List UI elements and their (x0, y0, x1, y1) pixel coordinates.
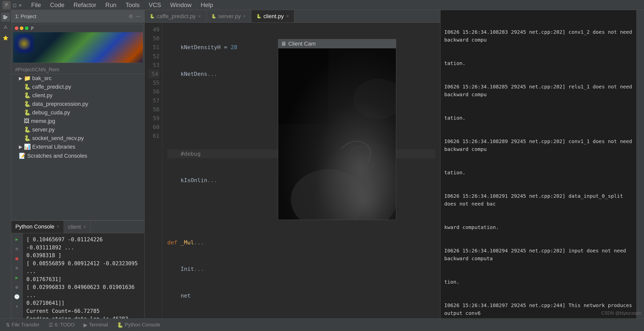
sidebar-structure-icon[interactable] (1, 23, 10, 32)
python-console-icon: 🐍 (117, 322, 123, 328)
console-line-3: [ 0.08556859 0.00912412 -0.02323095 ... (26, 260, 141, 276)
image-file-icon: 🖼 (24, 118, 29, 124)
log-line-10: tion. (444, 278, 633, 286)
menu-vcs[interactable]: VCS (144, 0, 166, 10)
breadcrumb: #Project\CNN_Rem (11, 65, 144, 74)
file-meme[interactable]: 🖼 meme.jpg (11, 117, 144, 125)
console-line-6: 0.02710641]] (26, 299, 141, 307)
python-icon-2: 🐍 (211, 14, 216, 19)
menu-code[interactable]: Code (46, 0, 69, 10)
log-panel: I0626 15:26:34.108283 29245 net.cpp:202]… (440, 10, 636, 318)
menu-file[interactable]: File (27, 0, 46, 10)
tab-client-close[interactable]: ✕ (83, 224, 86, 229)
file-socket[interactable]: 🐍 socket_send_recv.py (11, 134, 144, 143)
app-icon: P (3, 1, 11, 9)
status-file-transfer[interactable]: ⇅ File Transfer (4, 322, 42, 328)
external-libraries-label: External Libraries (32, 144, 75, 150)
python-file-icon-3: 🐍 (24, 101, 31, 107)
file-label-6: server.py (32, 126, 55, 133)
menu-help[interactable]: Help (196, 0, 218, 10)
console-tabs: Python Console ✕ client ✕ (11, 221, 144, 233)
client-cam-label: Client Cam (288, 41, 316, 47)
code-line-61: if k... (167, 318, 435, 318)
console-list-btn[interactable]: ≡ (13, 245, 21, 252)
main-layout: ⭐ 1: Project ⚙ — P (0, 10, 644, 318)
project-panel-header: 1: Project ⚙ — (11, 10, 144, 23)
file-debug-cuda[interactable]: 🐍 debug_cuda.py (11, 108, 144, 117)
console-clock-btn[interactable]: 🕐 (13, 293, 21, 300)
file-label-4: debug_cuda.py (32, 109, 70, 116)
tab-caffe-predict[interactable]: 🐍 caffe_predict.py ✕ (145, 10, 206, 22)
folder-bak-src[interactable]: ▶ 📁 bak_src (11, 74, 144, 83)
external-libraries[interactable]: ▶ 📊 External Libraries (11, 143, 144, 151)
file-label-3: data_preprocession.py (32, 101, 88, 107)
panel-collapse-icon[interactable]: — (136, 13, 141, 19)
expand-icon: ▶ (19, 76, 22, 81)
tab-client-label: client (68, 224, 81, 230)
cam-hand-overlay (278, 48, 396, 220)
svg-rect-3 (3, 18, 6, 19)
scratches-label: Scratches and Consoles (27, 153, 87, 159)
todo-icon: ☰ (49, 322, 53, 328)
menu-refactor[interactable]: Refactor (69, 0, 101, 10)
log-line-7: I0626 15:26:34.108291 29245 net.cpp:202]… (444, 192, 633, 208)
status-bar: ⇅ File Transfer ☰ 6: TODO ▶ Terminal 🐍 P… (0, 318, 644, 331)
heatmap-overlay (14, 34, 34, 54)
maximize-dot[interactable] (25, 26, 28, 30)
file-server[interactable]: 🐍 server.py (11, 125, 144, 134)
client-cam-window: 🖥 Client Cam (278, 39, 396, 220)
project-panel: 1: Project ⚙ — P (11, 10, 145, 318)
sidebar-icons: ⭐ (0, 10, 11, 318)
window-close[interactable]: ✕ (19, 2, 22, 8)
status-todo[interactable]: ☰ 6: TODO (47, 322, 76, 328)
tab-python-close[interactable]: ✕ (56, 224, 60, 229)
console-panel: Python Console ✕ client ✕ ▶ ≡ ■ ≡ ▶ ⚙ 🕐 (11, 220, 144, 318)
menu-run[interactable]: Run (101, 0, 121, 10)
menu-window[interactable]: Window (166, 0, 196, 10)
tab-caffe-close[interactable]: ✕ (198, 14, 201, 19)
python-file-icon-6: 🐍 (24, 135, 31, 142)
console-add-btn[interactable]: + (13, 302, 21, 310)
tab-client-editor[interactable]: 🐍 client.py ✕ (251, 10, 294, 22)
transfer-icon: ⇅ (6, 322, 10, 328)
menu-bar: P □ ✕ File Code Refactor Run Tools VCS W… (0, 0, 644, 10)
file-caffe-predict[interactable]: 🐍 caffe_predict.py (11, 83, 144, 91)
status-terminal[interactable]: ▶ Terminal (82, 322, 110, 328)
log-line-1: I0626 15:26:34.108283 29245 net.cpp:202]… (444, 28, 633, 44)
log-line-4: tation. (444, 114, 633, 122)
console-content: [ 0.10465697 -0.01124226 -0.03111892 ...… (23, 233, 144, 318)
python-icon-3: 🐍 (256, 14, 261, 19)
tab-server[interactable]: 🐍 server.py ✕ (206, 10, 251, 22)
console-run2-btn[interactable]: ▶ (13, 274, 21, 281)
scratches-icon: 📝 (19, 153, 26, 159)
sidebar-project-icon[interactable] (1, 13, 10, 22)
tab-client[interactable]: client ✕ (64, 221, 90, 233)
scratches-item[interactable]: 📝 Scratches and Consoles (11, 151, 144, 161)
line-numbers: 49 50 51 52 53 54 55 56 57 58 59 60 61 (145, 23, 162, 318)
svg-rect-2 (3, 17, 7, 18)
console-stop-btn[interactable]: ■ (13, 254, 21, 262)
python-file-icon-4: 🐍 (24, 109, 31, 116)
window-minimize[interactable]: □ (13, 2, 16, 8)
svg-point-4 (5, 25, 6, 26)
tab-client-editor-label: client.py (263, 13, 284, 20)
python-file-icon-2: 🐍 (24, 92, 31, 99)
file-data-pre[interactable]: 🐍 data_preprocession.py (11, 100, 144, 108)
tab-client-editor-close[interactable]: ✕ (286, 14, 289, 19)
tab-python-console[interactable]: Python Console ✕ (11, 221, 64, 233)
sidebar-favorites-icon[interactable]: ⭐ (1, 33, 10, 42)
file-client[interactable]: 🐍 client.py (11, 91, 144, 100)
tab-python-label: Python Console (15, 223, 54, 230)
panel-settings-icon[interactable]: ⚙ (129, 13, 133, 19)
minimize-dot[interactable] (20, 26, 23, 30)
menu-tools[interactable]: Tools (121, 0, 144, 10)
tab-server-close[interactable]: ✕ (243, 14, 246, 19)
status-python-console[interactable]: 🐍 Python Console (115, 322, 162, 328)
folder-label: bak_src (32, 75, 52, 82)
file-label-2: client.py (32, 92, 53, 99)
console-wrap-btn[interactable]: ≡ (13, 264, 21, 272)
console-settings-btn[interactable]: ⚙ (13, 283, 21, 291)
svg-rect-0 (3, 15, 5, 16)
console-run-btn[interactable]: ▶ (13, 235, 21, 243)
close-dot[interactable] (15, 26, 18, 30)
